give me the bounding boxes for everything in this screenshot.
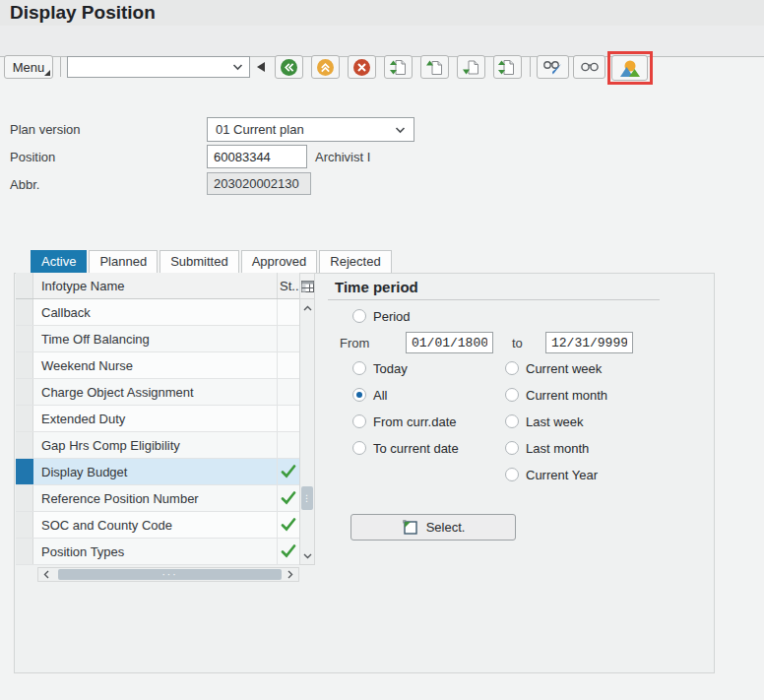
horizontal-scrollbar[interactable]: ··· bbox=[37, 567, 299, 582]
table-row[interactable]: Gap Hrs Comp Eligibility bbox=[16, 432, 299, 459]
collapse-toolbar-icon[interactable] bbox=[257, 62, 265, 72]
table-row[interactable]: Callback bbox=[16, 299, 299, 326]
cancel-icon bbox=[352, 58, 371, 77]
table-row[interactable]: Position Types bbox=[16, 539, 299, 565]
from-date-input[interactable] bbox=[406, 332, 493, 353]
row-selector-cell[interactable] bbox=[16, 512, 33, 538]
vertical-scrollbar-thumb[interactable]: ⋮ bbox=[301, 486, 313, 510]
infotype-name-cell: Gap Hrs Comp Eligibility bbox=[33, 432, 278, 458]
checkmark-icon bbox=[281, 465, 296, 478]
cancel-button[interactable] bbox=[348, 55, 376, 79]
radio-label: Current week bbox=[526, 361, 602, 376]
overview-button[interactable] bbox=[611, 55, 648, 81]
table-row[interactable]: Reference Position Number bbox=[16, 485, 299, 512]
table-row[interactable]: Weekend Nurse bbox=[16, 352, 299, 379]
scroll-left-button[interactable] bbox=[38, 568, 54, 581]
status-cell bbox=[278, 299, 299, 325]
tab[interactable]: Submitted bbox=[159, 250, 239, 273]
infotype-name-column-header: Infotype Name bbox=[33, 273, 278, 298]
toolbar-separator bbox=[530, 57, 531, 77]
table-row[interactable]: SOC and County Code bbox=[16, 512, 299, 539]
horizontal-scrollbar-thumb[interactable]: ··· bbox=[58, 569, 282, 580]
display-button[interactable] bbox=[573, 55, 605, 79]
command-field[interactable] bbox=[67, 56, 250, 78]
radio-icon bbox=[505, 468, 519, 481]
radio-label: To current date bbox=[373, 441, 459, 456]
radio-option[interactable]: All bbox=[352, 387, 387, 403]
overview-icon bbox=[618, 58, 642, 78]
first-page-button[interactable] bbox=[384, 55, 413, 79]
position-input[interactable] bbox=[207, 145, 307, 168]
radio-option[interactable]: Today bbox=[352, 360, 408, 376]
select-button[interactable]: Select. bbox=[350, 514, 516, 541]
table-row[interactable]: Charge Object Assignment bbox=[16, 379, 299, 406]
radio-option[interactable]: Current Year bbox=[505, 467, 598, 482]
table-row[interactable]: Display Budget bbox=[16, 459, 299, 485]
scroll-up-button[interactable] bbox=[300, 300, 314, 316]
position-description: Archivist I bbox=[315, 150, 370, 164]
scroll-down-button[interactable] bbox=[300, 548, 314, 564]
row-selector-cell[interactable] bbox=[16, 326, 33, 351]
back-button[interactable] bbox=[275, 55, 303, 79]
radio-option[interactable]: From curr.date bbox=[352, 414, 457, 429]
row-selector-cell[interactable] bbox=[16, 459, 33, 484]
to-label: to bbox=[493, 336, 545, 350]
row-selector-cell[interactable] bbox=[16, 432, 33, 458]
tab[interactable]: Planned bbox=[89, 250, 158, 273]
tab[interactable]: Rejected bbox=[319, 250, 391, 273]
abbr-value: 203020002130 bbox=[214, 176, 299, 191]
menu-button[interactable]: Menu bbox=[4, 55, 53, 79]
radio-icon bbox=[352, 388, 366, 402]
from-label: From bbox=[340, 336, 406, 350]
radio-icon bbox=[505, 414, 519, 428]
row-selector-cell[interactable] bbox=[16, 299, 33, 325]
row-selector-cell[interactable] bbox=[16, 485, 33, 511]
radio-label: From curr.date bbox=[373, 414, 457, 429]
previous-page-button[interactable] bbox=[420, 55, 449, 79]
table-row[interactable]: Extended Duty bbox=[16, 406, 299, 432]
display-icon bbox=[579, 59, 601, 75]
last-page-button[interactable] bbox=[493, 55, 522, 79]
plan-version-value: 01 Current plan bbox=[216, 122, 304, 137]
plan-version-select[interactable]: 01 Current plan bbox=[207, 117, 414, 142]
radio-option[interactable]: To current date bbox=[352, 440, 459, 456]
time-period-group: Time period Period Today All From curr.d… bbox=[328, 273, 712, 671]
radio-option[interactable]: Current month bbox=[505, 387, 607, 403]
infotype-name-cell: Callback bbox=[33, 299, 278, 325]
radio-label: Last month bbox=[526, 441, 589, 456]
row-selector-cell[interactable] bbox=[16, 352, 33, 378]
exit-button[interactable] bbox=[311, 55, 340, 79]
scroll-right-button[interactable] bbox=[283, 568, 298, 581]
row-selector-cell[interactable] bbox=[16, 539, 33, 564]
radio-icon bbox=[505, 388, 519, 402]
next-page-button[interactable] bbox=[457, 55, 485, 79]
infotype-name-cell: SOC and County Code bbox=[33, 512, 278, 538]
radio-option[interactable]: Last week bbox=[505, 414, 584, 429]
infotype-table: Infotype Name St.. Callback Time Off Bal… bbox=[16, 273, 315, 565]
display-change-button[interactable] bbox=[537, 55, 569, 79]
checkmark-icon bbox=[281, 544, 296, 558]
radio-option[interactable]: Period bbox=[352, 308, 411, 324]
table-settings-button[interactable] bbox=[300, 274, 314, 299]
radio-label: Last week bbox=[526, 414, 584, 429]
radio-option[interactable]: Current week bbox=[505, 360, 602, 376]
radio-icon bbox=[352, 309, 366, 323]
to-date-input[interactable] bbox=[545, 332, 633, 353]
radio-option[interactable]: Last month bbox=[505, 440, 589, 456]
table-row[interactable]: Time Off Balancing bbox=[16, 326, 299, 352]
infotype-name-cell: Position Types bbox=[33, 539, 278, 564]
tab[interactable]: Active bbox=[31, 250, 87, 273]
row-selector-cell[interactable] bbox=[16, 379, 33, 405]
tab[interactable]: Approved bbox=[241, 250, 318, 273]
menu-corner-triangle bbox=[44, 70, 50, 76]
radio-label: Period bbox=[373, 309, 411, 324]
row-selector-cell[interactable] bbox=[16, 406, 33, 431]
infotype-name-cell: Display Budget bbox=[33, 459, 278, 484]
infotype-name-cell: Weekend Nurse bbox=[33, 352, 278, 378]
status-cell bbox=[278, 539, 299, 564]
abbr-label: Abbr. bbox=[10, 177, 39, 192]
radio-icon bbox=[505, 441, 519, 455]
vertical-scrollbar[interactable]: ⋮ bbox=[299, 273, 315, 565]
selector-column-header[interactable] bbox=[16, 273, 33, 298]
toolbar-separator bbox=[60, 57, 61, 77]
